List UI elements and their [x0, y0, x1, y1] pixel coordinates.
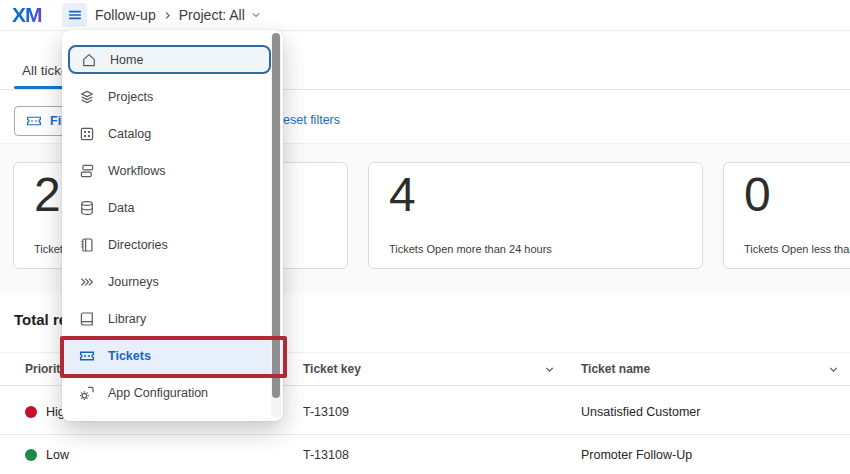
app-window: All tickets Filter Reset filters 21 Tick… — [0, 0, 850, 474]
card-label: Tickets Open less than 24 hours — [744, 243, 850, 255]
priority-cell: Low — [46, 448, 69, 462]
ticket-icon — [25, 112, 43, 130]
column-header-ticket-name: Ticket name — [581, 362, 650, 376]
reset-filters-link[interactable]: Reset filters — [274, 113, 340, 127]
menu-item-label: Data — [108, 201, 134, 215]
menu-item-data[interactable]: Data — [62, 189, 283, 226]
menu-item-app-configuration[interactable]: App Configuration — [62, 374, 283, 411]
table-row[interactable]: Low T-13108 Promoter Follow-Up — [0, 435, 850, 474]
card-open-more-24h: 4 Tickets Open more than 24 hours — [368, 162, 703, 269]
library-icon — [78, 310, 96, 328]
menu-item-library[interactable]: Library — [62, 300, 283, 337]
breadcrumb: Follow-up Project: All — [95, 0, 262, 30]
card-value: 4 — [389, 171, 416, 219]
catalog-icon — [78, 125, 96, 143]
hamburger-menu-button[interactable] — [62, 3, 87, 27]
menu-item-label: Home — [110, 53, 143, 67]
ticket-key-cell: T-13109 — [303, 405, 349, 419]
menu-item-directories[interactable]: Directories — [62, 226, 283, 263]
journeys-icon — [78, 273, 96, 291]
menu-item-home[interactable]: Home — [68, 45, 271, 74]
chevron-down-icon — [250, 9, 262, 21]
menu-item-label: Library — [108, 312, 146, 326]
priority-dot — [25, 449, 37, 461]
menu-item-label: Directories — [108, 238, 168, 252]
breadcrumb-project-label: Project: All — [179, 7, 245, 23]
workflows-icon — [78, 162, 96, 180]
menu-item-projects[interactable]: Projects — [62, 78, 283, 115]
xm-logo: XM — [12, 3, 42, 27]
column-header-ticket-key: Ticket key — [303, 362, 361, 376]
app-configuration-icon — [78, 384, 96, 402]
directories-icon — [78, 236, 96, 254]
chevron-right-icon — [162, 10, 173, 21]
menu-item-label: Catalog — [108, 127, 151, 141]
breadcrumb-project-dropdown[interactable]: Project: All — [179, 7, 262, 23]
hamburger-icon — [67, 7, 83, 23]
menu-item-label: App Configuration — [108, 386, 208, 400]
data-icon — [78, 199, 96, 217]
projects-icon — [78, 88, 96, 106]
top-bar: XM Follow-up Project: All — [0, 0, 850, 31]
menu-item-catalog[interactable]: Catalog — [62, 115, 283, 152]
card-label: Tickets Open more than 24 hours — [389, 243, 552, 255]
breadcrumb-section-label: Follow-up — [95, 7, 156, 23]
home-icon — [80, 51, 98, 69]
menu-item-journeys[interactable]: Journeys — [62, 263, 283, 300]
ticket-name-cell: Promoter Follow-Up — [581, 448, 692, 462]
menu-item-label: Workflows — [108, 164, 165, 178]
ticket-name-cell: Unsatisfied Customer — [581, 405, 701, 419]
menu-item-workflows[interactable]: Workflows — [62, 152, 283, 189]
chevron-down-icon[interactable] — [827, 363, 840, 376]
card-open-less-24h: 0 Tickets Open less than 24 hours — [723, 162, 850, 269]
menu-item-label: Projects — [108, 90, 153, 104]
breadcrumb-section[interactable]: Follow-up — [95, 7, 156, 23]
menu-item-label: Journeys — [108, 275, 159, 289]
ticket-key-cell: T-13108 — [303, 448, 349, 462]
card-value: 0 — [744, 171, 771, 219]
chevron-down-icon[interactable] — [543, 363, 556, 376]
priority-dot — [25, 406, 37, 418]
annotation-red-box — [60, 336, 287, 378]
